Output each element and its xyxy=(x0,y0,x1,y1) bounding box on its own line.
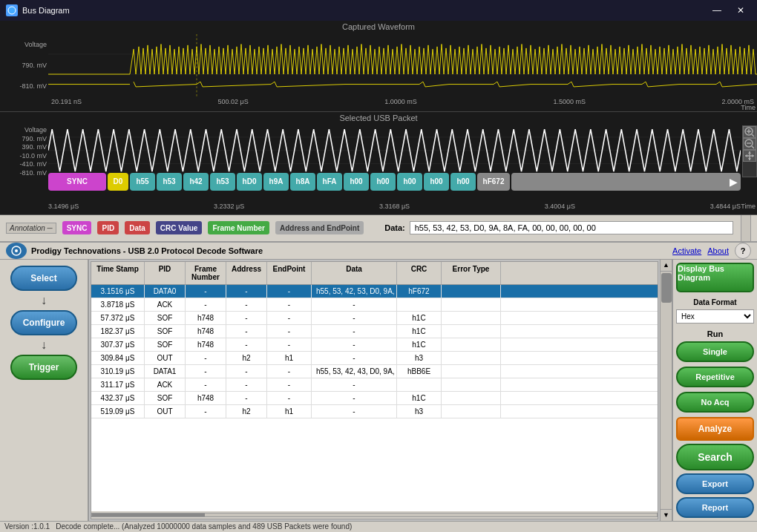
captured-waveform-panel: Captured Waveform Voltage 790. mV -810. … xyxy=(0,21,757,112)
table-row[interactable]: 310.19 μS DATA1 - - - h55, 53, 42, 43, D… xyxy=(91,365,658,378)
td-err xyxy=(442,312,501,324)
status-message: Decode complete... (Analyzed 10000000 da… xyxy=(56,522,352,531)
top-waveform-canvas: // Generate dense yellow waveform via in… xyxy=(48,34,757,96)
no-acq-button[interactable]: No Acq xyxy=(676,392,754,413)
td-err xyxy=(442,285,501,298)
table-scroll-bottom[interactable] xyxy=(91,511,658,519)
table-row[interactable]: 57.372 μS SOF h748 - - - h1C xyxy=(91,312,658,325)
td-ts: 3.1516 μS xyxy=(91,285,145,298)
td-fn: - xyxy=(186,298,226,311)
svg-marker-20 xyxy=(745,154,747,157)
bottom-xaxis: 3.1496 μS 3.2332 μS 3.3168 μS 3.4004 μS … xyxy=(48,203,741,210)
td-ep: - xyxy=(267,312,312,324)
scroll-thumb[interactable] xyxy=(661,273,672,303)
td-err xyxy=(442,338,501,351)
configure-button[interactable]: Configure xyxy=(10,310,77,335)
scroll-down-btn[interactable]: ▼ xyxy=(661,509,672,521)
prodigy-links: Activate About xyxy=(672,246,729,255)
bus-h53-2: h53 xyxy=(210,173,235,191)
waveform-scrollbar[interactable] xyxy=(742,125,757,177)
table-row[interactable]: 432.37 μS SOF h748 - - - h1C xyxy=(91,392,658,405)
export-button[interactable]: Export xyxy=(676,473,754,494)
close-button[interactable]: ✕ xyxy=(730,3,751,18)
td-addr: - xyxy=(226,365,267,378)
bxaxis-1: 3.2332 μS xyxy=(214,203,244,210)
td-ep: h1 xyxy=(267,405,312,418)
td-pid: DATA0 xyxy=(145,285,186,298)
table-scrollbar[interactable]: ▲ ▼ xyxy=(660,260,672,521)
scroll-pan[interactable] xyxy=(743,150,756,162)
selected-usb-packet-panel: Selected USB Packet Voltage 790. mV 390.… xyxy=(0,112,757,214)
table-row[interactable]: 307.37 μS SOF h748 - - - h1C xyxy=(91,338,658,352)
svg-point-0 xyxy=(8,7,16,14)
window-controls: — ✕ xyxy=(707,3,751,18)
td-crc: h1C xyxy=(397,392,442,404)
td-ts: 307.37 μS xyxy=(91,338,145,351)
td-pid: DATA1 xyxy=(145,365,186,378)
td-fn: h748 xyxy=(186,338,226,351)
td-ts: 57.372 μS xyxy=(91,312,145,324)
td-data: h55, 53, 42, 53, D0, 9A, 8... xyxy=(312,285,397,298)
right-main: Display BusDiagram Data Format Hex Run S… xyxy=(676,263,754,518)
annotation-bar: Annotation ─ SYNC PID Data CRC Value Fra… xyxy=(0,215,757,242)
td-ts: 182.37 μS xyxy=(91,325,145,338)
table-row[interactable]: 309.84 μS OUT - h2 h1 - h3 xyxy=(91,352,658,365)
td-ep: - xyxy=(267,378,312,391)
trigger-button[interactable]: Trigger xyxy=(10,355,77,380)
bus-hfa: hFA xyxy=(317,173,342,191)
td-pid: SOF xyxy=(145,312,186,324)
bus-h00-3: h00 xyxy=(397,173,422,191)
td-pid: SOF xyxy=(145,392,186,404)
byaxis-390: 390. mV xyxy=(1,143,47,151)
td-addr: - xyxy=(226,285,267,298)
td-fn: h748 xyxy=(186,312,226,324)
top-waveform-svg: // Generate dense yellow waveform via in… xyxy=(48,34,757,96)
td-ep: h1 xyxy=(267,352,312,364)
td-addr: - xyxy=(226,338,267,351)
td-addr: - xyxy=(226,298,267,311)
td-pid: OUT xyxy=(145,352,186,364)
about-link[interactable]: About xyxy=(707,246,729,255)
svg-marker-19 xyxy=(748,158,751,160)
td-ts: 309.84 μS xyxy=(91,352,145,364)
repetitive-button[interactable]: Repetitive xyxy=(676,367,754,387)
byaxis-voltage: Voltage xyxy=(1,126,47,134)
td-crc xyxy=(397,378,442,391)
td-crc: h1C xyxy=(397,312,442,324)
analyze-button[interactable]: Analyze xyxy=(676,417,754,441)
display-bus-button[interactable]: Display BusDiagram xyxy=(676,263,754,292)
run-label: Run xyxy=(676,329,754,338)
bus-h8a: h8A xyxy=(290,173,315,191)
search-button[interactable]: Search xyxy=(676,444,754,470)
xaxis-label-3: 1.5000 mS xyxy=(553,98,586,111)
scroll-zoom-out[interactable] xyxy=(743,138,756,150)
single-button[interactable]: Single xyxy=(676,341,754,362)
table-row[interactable]: 182.37 μS SOF h748 - - - h1C xyxy=(91,325,658,338)
td-data: - xyxy=(312,312,397,324)
td-ts: 310.19 μS xyxy=(91,365,145,378)
top-waveform-yaxis: Voltage 790. mV -810. mV xyxy=(0,21,48,111)
table-row[interactable]: 3.1516 μS DATA0 - - - h55, 53, 42, 53, D… xyxy=(91,285,658,298)
td-addr: - xyxy=(226,378,267,391)
annotation-label: Annotation ─ xyxy=(6,223,56,234)
td-ep: - xyxy=(267,285,312,298)
report-button[interactable]: Report xyxy=(676,497,754,518)
left-controls: Select ↓ Configure ↓ Trigger xyxy=(0,260,89,521)
usb-packet-title: Selected USB Packet xyxy=(0,112,757,122)
help-button[interactable]: ? xyxy=(735,243,751,259)
select-button[interactable]: Select xyxy=(10,266,77,291)
table-row[interactable]: 519.09 μS OUT - h2 h1 - h3 xyxy=(91,405,658,418)
scroll-zoom-in[interactable] xyxy=(743,126,756,138)
scroll-track xyxy=(661,272,672,509)
td-ts: 432.37 μS xyxy=(91,392,145,404)
td-data: - xyxy=(312,338,397,351)
activate-link[interactable]: Activate xyxy=(672,246,701,255)
scroll-up-btn[interactable]: ▲ xyxy=(661,260,672,272)
th-timestamp: Time Stamp xyxy=(91,262,145,284)
data-format-select[interactable]: Hex xyxy=(676,309,754,324)
table-row[interactable]: 311.17 μS ACK - - - - xyxy=(91,378,658,392)
minimize-button[interactable]: — xyxy=(707,3,727,18)
td-fn: - xyxy=(186,405,226,418)
table-row[interactable]: 3.8718 μS ACK - - - - xyxy=(91,298,658,312)
yaxis-voltage-label: Voltage xyxy=(1,41,47,48)
